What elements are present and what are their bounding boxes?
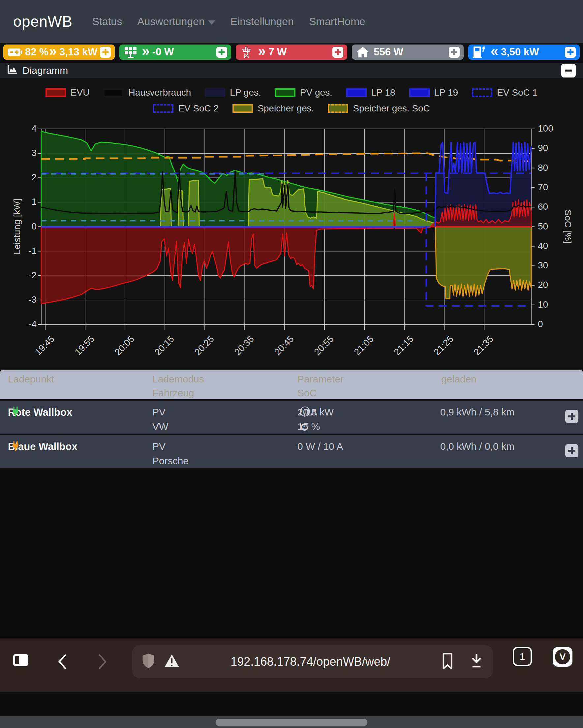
tab-counter[interactable]: 1	[513, 647, 532, 666]
warning-icon	[164, 654, 180, 670]
sidebar-panel-icon[interactable]	[13, 654, 29, 666]
status-badges: 82 % » 3,13 kW » -0 W » 7 W 556 W	[0, 43, 583, 62]
plug-icon	[11, 407, 20, 419]
house-badge[interactable]: 556 W	[352, 45, 463, 60]
house-icon	[356, 46, 371, 58]
y-axis-right-title: SoC [%]	[562, 210, 573, 244]
nav-item-einstellungen[interactable]: Einstellungen	[230, 16, 294, 28]
header-soc: SoC	[298, 387, 316, 399]
header-geladen: geladen	[441, 373, 477, 385]
header-lademodus: Lademodus	[152, 373, 204, 385]
shield-icon[interactable]	[142, 652, 155, 671]
add-button[interactable]	[216, 47, 227, 58]
vivaldi-icon[interactable]: V	[553, 647, 573, 667]
legend-lp-ges[interactable]: LP ges.	[205, 87, 261, 98]
legend-ev-soc2[interactable]: EV SoC 2	[153, 103, 219, 114]
table-row-rote-wallbox[interactable]: Rote Wallbox PV VW 2,18 kW110 A 15 % 0,9…	[0, 400, 583, 434]
table-header: Ladepunkt Lademodus Fahrzeug Parameter S…	[0, 370, 583, 399]
arrow-right-icon: »	[49, 45, 57, 57]
chevron-down-icon	[208, 21, 215, 25]
charge-badge[interactable]: « 3,50 kW	[468, 45, 580, 60]
legend-evu[interactable]: EVU	[46, 87, 90, 98]
home-indicator[interactable]	[216, 719, 367, 726]
system-nav-strip	[0, 716, 583, 728]
collapse-button[interactable]	[561, 63, 576, 77]
plug-icon	[11, 441, 20, 453]
url-text[interactable]: 192.168.178.74/openWB/web/	[188, 655, 433, 669]
cell-charged: 0,9 kWh / 5,8 km	[440, 407, 514, 418]
screen: openWB Status Auswertungen Einstellungen…	[0, 0, 583, 728]
power-tower-icon	[240, 46, 255, 58]
add-button[interactable]	[332, 47, 343, 58]
header-fahrzeug: Fahrzeug	[152, 387, 194, 399]
add-button[interactable]	[449, 47, 460, 58]
brand-logo[interactable]: openWB	[13, 12, 72, 30]
header-parameter: Parameter	[298, 373, 344, 385]
nav-item-status[interactable]: Status	[92, 16, 122, 28]
pv-badge[interactable]: » -0 W	[119, 45, 231, 60]
nav-item-auswertungen[interactable]: Auswertungen	[137, 16, 215, 28]
chart-legend: EVU Hausverbrauch LP ges. PV ges. LP 18 …	[0, 87, 583, 114]
cell-parameter: 0 W / 10 A	[298, 441, 343, 452]
back-button[interactable]	[55, 652, 70, 671]
chargepoint-table: Ladepunkt Lademodus Fahrzeug Parameter S…	[0, 370, 583, 468]
legend-lp19[interactable]: LP 19	[409, 87, 458, 98]
expand-row-button[interactable]	[565, 444, 578, 457]
diagram-title: Diagramm	[22, 65, 68, 76]
header-ladepunkt: Ladepunkt	[8, 373, 54, 385]
nav-item-smarthome[interactable]: SmartHome	[309, 16, 365, 28]
cell-mode: PV	[152, 441, 166, 452]
cell-vehicle: Porsche	[152, 455, 188, 467]
chart-region: EVU Hausverbrauch LP ges. PV ges. LP 18 …	[0, 78, 583, 368]
navbar: openWB Status Auswertungen Einstellungen…	[0, 0, 583, 43]
solar-panel-icon	[123, 46, 138, 58]
cell-charged: 0,0 kWh / 0,0 km	[440, 441, 514, 452]
bookmark-icon[interactable]	[441, 652, 454, 671]
battery-badge[interactable]: 82 % » 3,13 kW	[3, 45, 115, 60]
browser-toolbar: 192.168.178.74/openWB/web/ 1 V	[0, 638, 583, 692]
charging-station-icon	[472, 46, 487, 58]
legend-speicher-ges[interactable]: Speicher ges.	[232, 103, 314, 114]
diagram-header: Diagramm	[0, 63, 583, 78]
add-button[interactable]	[100, 47, 111, 58]
url-bar[interactable]: 192.168.178.74/openWB/web/	[132, 645, 493, 678]
chart-area-icon	[7, 64, 18, 77]
arrow-left-icon: «	[491, 45, 498, 57]
diagram-card: Diagramm EVU Hausverbrauch LP ges. PV ge…	[0, 63, 583, 368]
legend-pv-ges[interactable]: PV ges.	[275, 87, 332, 98]
arrow-right-icon: »	[142, 45, 149, 57]
legend-ev-soc1[interactable]: EV SoC 1	[472, 87, 537, 98]
download-icon[interactable]	[470, 653, 483, 671]
expand-row-button[interactable]	[565, 410, 578, 423]
table-row-blaue-wallbox[interactable]: Blaue Wallbox PV Porsche 0 W / 10 A 0,0 …	[0, 435, 583, 468]
legend-lp18[interactable]: LP 18	[346, 87, 396, 98]
refresh-icon[interactable]	[300, 421, 309, 432]
cell-soc: 15 %	[298, 421, 300, 432]
legend-speicher-soc[interactable]: Speicher ges. SoC	[328, 103, 430, 114]
grid-badge[interactable]: » 7 W	[236, 45, 347, 60]
cell-vehicle: VW	[152, 421, 168, 432]
legend-hausverbrauch[interactable]: Hausverbrauch	[103, 87, 191, 98]
cell-mode: PV	[152, 407, 166, 418]
forward-button[interactable]	[95, 652, 109, 671]
add-button[interactable]	[565, 47, 576, 58]
arrow-right-icon: »	[258, 45, 266, 57]
battery-icon	[7, 46, 22, 58]
chart-plot	[0, 78, 583, 368]
